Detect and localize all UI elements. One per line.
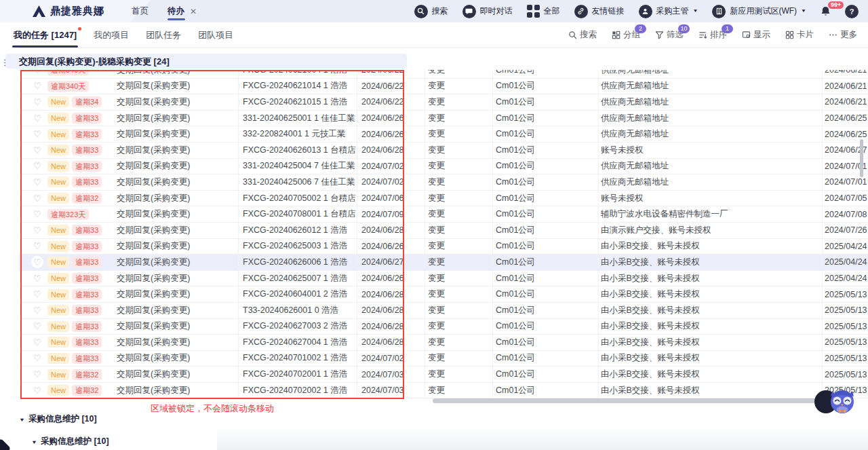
friend-links-button[interactable]: 友情链接	[574, 5, 625, 18]
close-tab-icon[interactable]: ✕	[190, 7, 197, 16]
task-name[interactable]: 交期回复(采购变更)	[117, 239, 239, 255]
task-row[interactable]: ♡逾期323天交期回复(采购变更)FXCG-20240708001 1 台積店2…	[19, 206, 868, 223]
task-row[interactable]: ♡New逾期33交期回复(采购变更)FXCG-20240626013 1 台積店…	[19, 143, 868, 159]
task-name[interactable]: 交期回复(采购变更)	[117, 111, 239, 126]
task-row[interactable]: ♡逾期340天交期回复(采购变更)FXCG-20240621004 1 浩浩20…	[19, 70, 868, 79]
task-row[interactable]: ♡New逾期32交期回复(采购变更)FXCG-20240702001 1 浩浩2…	[19, 367, 868, 383]
global-search-button[interactable]: 搜索	[414, 5, 448, 18]
task-name[interactable]: 交期回复(采购变更)	[117, 255, 239, 270]
task-name[interactable]: 交期回复(采购变更)	[117, 303, 239, 318]
task-name[interactable]: 交期回复(采购变更)	[117, 70, 239, 78]
task-row[interactable]: ♡逾期340天交期回复(采购变更)FXCG-20240621014 1 浩浩20…	[19, 79, 868, 95]
task-name[interactable]: 交期回复(采购变更)	[117, 174, 239, 190]
task-row[interactable]: ♡New逾期33交期回复(采购变更)331-20240425004 7 佳佳工業…	[19, 159, 868, 175]
section-title[interactable]: 交期回复(采购变更)-脱稳采购变更 [24]	[19, 56, 170, 68]
task-name[interactable]: 交期回复(采购变更)	[117, 271, 239, 286]
task-name[interactable]: 交期回复(采购变更)	[117, 351, 239, 367]
brand[interactable]: 鼎捷雅典娜	[33, 5, 104, 18]
nav-todo[interactable]: 待办 ✕	[167, 0, 197, 22]
task-row[interactable]: ♡New逾期33交期回复(采购变更)FXCG-20240626012 1 浩浩2…	[19, 223, 868, 239]
favorite-icon[interactable]: ♡	[27, 126, 47, 142]
task-name[interactable]: 交期回复(采购变更)	[117, 143, 239, 158]
sort-button[interactable]: 排序 1	[698, 29, 727, 41]
tab-my-projects[interactable]: 我的项目	[94, 22, 129, 48]
badge-group: New逾期32	[47, 367, 117, 382]
favorite-icon[interactable]: ♡	[27, 159, 47, 174]
task-code: FXCG-20240702002 1 浩浩	[239, 383, 357, 398]
task-row[interactable]: ♡New逾期33交期回复(采购变更)331-20240425006 7 佳佳工業…	[19, 174, 868, 191]
notifications-button[interactable]: 99+	[821, 6, 831, 17]
badge-group: 逾期323天	[47, 206, 117, 222]
task-row[interactable]: ♡New逾期33交期回复(采购变更)331-20240625001 1 佳佳工業…	[19, 111, 868, 127]
task-name[interactable]: 交期回复(采购变更)	[117, 223, 239, 238]
favorite-icon[interactable]: ♡	[27, 174, 47, 190]
favorite-icon[interactable]: ♡	[27, 111, 47, 126]
task-date-2: 2024/06/21 1	[823, 94, 868, 110]
display-button[interactable]: 显示	[742, 29, 770, 41]
favorite-icon[interactable]: ♡	[27, 286, 47, 302]
task-name[interactable]: 交期回复(采购变更)	[117, 126, 239, 142]
group-button[interactable]: 分组 2	[612, 29, 640, 41]
favorite-icon[interactable]: ♡	[27, 79, 47, 94]
favorite-icon[interactable]: ♡	[27, 239, 47, 255]
favorite-icon[interactable]: ♡	[27, 191, 47, 206]
all-apps-button[interactable]: 全部	[527, 5, 560, 18]
task-name[interactable]: 交期回复(采购变更)	[117, 94, 239, 110]
assistant-owl-mascot[interactable]	[827, 386, 858, 416]
instant-chat-button[interactable]: 即时对话	[462, 5, 513, 18]
user-menu[interactable]: 采购主管 ▼	[639, 5, 698, 18]
top-header: 鼎捷雅典娜 首页 待办 ✕ 搜索 即时对话	[0, 0, 868, 22]
task-row[interactable]: ♡New逾期33交期回复(采购变更)FXCG-20240627003 2 浩浩2…	[19, 319, 868, 335]
favorite-icon[interactable]: ♡	[27, 335, 47, 350]
favorite-icon[interactable]: ♡	[27, 143, 47, 158]
task-message: 由小采B交接、账号未授权	[599, 351, 823, 367]
tab-team-projects[interactable]: 团队项目	[198, 22, 233, 48]
badge-group: New逾期33	[47, 126, 117, 142]
task-row[interactable]: ♡New逾期32交期回复(采购变更)FXCG-20240702002 1 浩浩2…	[19, 383, 868, 399]
task-row[interactable]: ♡New逾期32交期回复(采购变更)FXCG-20240705002 1 台積店…	[19, 191, 868, 207]
tab-my-tasks[interactable]: 我的任务 [1247]	[14, 22, 77, 48]
task-name[interactable]: 交期回复(采购变更)	[117, 335, 239, 350]
favorite-icon[interactable]: ♡	[27, 255, 47, 270]
task-row[interactable]: ♡New逾期33交期回复(采购变更)FXCG-20240626006 1 浩浩2…	[19, 255, 868, 271]
group-header-purchase-info-2[interactable]: ▼ 采购信息维护 [10]	[31, 436, 109, 447]
nav-home[interactable]: 首页	[132, 0, 149, 22]
task-name[interactable]: 交期回复(采购变更)	[117, 383, 239, 398]
vertical-scrollbar[interactable]	[860, 139, 863, 177]
favorite-icon[interactable]: ♡	[27, 303, 47, 318]
favorite-icon[interactable]: ♡	[27, 383, 47, 398]
more-button[interactable]: 更多	[829, 29, 857, 41]
task-company: Cm01公司	[493, 159, 599, 174]
task-row[interactable]: ♡New逾期33交期回复(采购变更)FXCG-20240625007 1 浩浩2…	[19, 271, 868, 287]
task-row[interactable]: ♡New逾期33交期回复(采购变更)FXCG-20240604001 2 浩浩2…	[19, 286, 868, 303]
group-header-purchase-info-1[interactable]: ▼ 采购信息维护 [10]	[19, 413, 97, 425]
help-button[interactable]: ?	[845, 5, 859, 18]
task-row[interactable]: ♡New逾期33交期回复(采购变更)FXCG-20240627004 1 浩浩2…	[19, 335, 868, 351]
search-button[interactable]: 搜索	[568, 29, 597, 41]
favorite-icon[interactable]: ♡	[27, 351, 47, 367]
task-row[interactable]: ♡New逾期34交期回复(采购变更)FXCG-20240621015 1 浩浩2…	[19, 94, 868, 111]
task-row[interactable]: ♡New逾期33交期回复(采购变更)FXCG-20240625003 1 浩浩2…	[19, 239, 868, 255]
horizontal-scrollbar[interactable]	[433, 398, 830, 403]
task-name[interactable]: 交期回复(采购变更)	[117, 286, 239, 302]
tenant-menu[interactable]: 新应用测试区(WF) ▼	[712, 5, 806, 18]
task-row[interactable]: ♡New逾期33交期回复(采购变更)T33-20240626001 0 浩浩20…	[19, 303, 868, 319]
favorite-icon[interactable]: ♡	[27, 223, 47, 238]
task-name[interactable]: 交期回复(采购变更)	[117, 367, 239, 382]
task-row[interactable]: ♡New逾期33交期回复(采购变更)332-220824001 1 元技工業20…	[19, 126, 868, 143]
filter-button[interactable]: 筛选 10	[655, 29, 684, 41]
favorite-icon[interactable]: ♡	[27, 271, 47, 286]
favorite-icon[interactable]: ♡	[27, 206, 47, 222]
favorite-icon[interactable]: ♡	[27, 94, 47, 110]
task-name[interactable]: 交期回复(采购变更)	[117, 191, 239, 206]
favorite-icon[interactable]: ♡	[27, 70, 47, 78]
favorite-icon[interactable]: ♡	[27, 367, 47, 382]
task-name[interactable]: 交期回复(采购变更)	[117, 79, 239, 94]
tab-team-tasks[interactable]: 团队任务	[146, 22, 181, 48]
card-view-button[interactable]: 卡片	[785, 29, 814, 41]
task-name[interactable]: 交期回复(采购变更)	[117, 206, 239, 222]
task-name[interactable]: 交期回复(采购变更)	[117, 159, 239, 174]
favorite-icon[interactable]: ♡	[27, 319, 47, 335]
task-name[interactable]: 交期回复(采购变更)	[117, 319, 239, 335]
task-row[interactable]: ♡New逾期33交期回复(采购变更)FXCG-20240701002 1 浩浩2…	[19, 351, 868, 367]
